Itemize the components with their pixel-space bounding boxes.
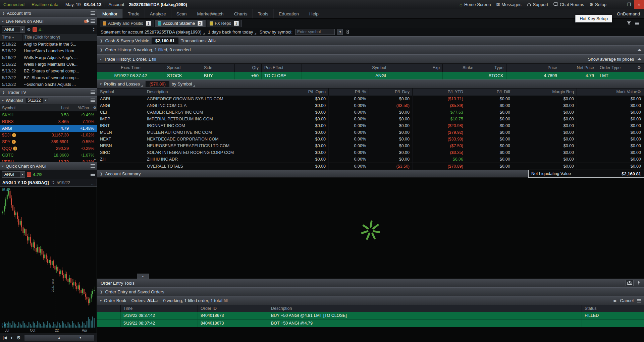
news-symbol-combo[interactable]: ANGI ▼ — [2, 26, 25, 33]
candlestick-chart[interactable]: 2021 year15.422.87JulOct22Apr — [0, 187, 97, 333]
chevron-down-icon[interactable]: ▼ — [43, 98, 48, 103]
split-pane-icon[interactable]: ◀▶ — [613, 299, 617, 302]
eraser-icon[interactable] — [84, 19, 89, 23]
menu-tab-scan[interactable]: Scan — [171, 9, 192, 18]
order-history-bar[interactable]: ❯ Order History: 0 working, 1 filled, 0 … — [97, 45, 644, 54]
expand-panel-icon[interactable]: ◀▶ — [637, 48, 641, 52]
column-header[interactable]: Exec Time — [97, 64, 164, 72]
column-header[interactable]: P/L Open — [285, 89, 329, 96]
column-header[interactable]: Side — [201, 64, 235, 72]
gear-icon[interactable]: ⚙ — [637, 89, 641, 96]
hamburger-menu-icon[interactable] — [91, 98, 95, 102]
menu-tab-charts[interactable]: Charts — [229, 9, 253, 18]
column-header[interactable]: Net Price — [560, 64, 597, 72]
menu-tab-marketwatch[interactable]: MarketWatch — [192, 9, 229, 18]
order-entry-tools-bar[interactable]: Order Entry Tools — [97, 279, 644, 287]
show-average-fill-prices[interactable]: Show average fill prices — [588, 57, 634, 62]
order-entry-saved-bar[interactable]: ❯ Order Entry and Saved Orders — [97, 287, 644, 296]
column-header[interactable]: P/L Diff — [466, 89, 513, 96]
column-header[interactable]: Description — [144, 89, 285, 96]
link-group-icon[interactable] — [33, 27, 37, 32]
scroll-arrows[interactable]: ▲▼ — [93, 27, 95, 32]
pnl-by-symbol-dropdown[interactable]: by Symbol — [172, 81, 192, 87]
news-row[interactable]: 5/13/22BZ: Shares of several comp... — [0, 68, 97, 75]
order-book-bar[interactable]: ▾ Order Book Orders: ALL ◢ 0 working, 1 … — [97, 296, 644, 305]
collapse-left-icon[interactable]: |◀ — [3, 335, 7, 340]
hamburger-menu-icon[interactable] — [91, 90, 95, 94]
snapshot-button[interactable] — [626, 280, 634, 286]
column-header[interactable]: Qty — [235, 64, 262, 72]
panel-collapse-tab[interactable]: ▼ — [137, 274, 149, 279]
setup-button[interactable]: ⚙ Setup — [589, 2, 606, 7]
hamburger-menu-icon[interactable] — [91, 11, 95, 15]
column-header[interactable]: Status — [582, 305, 644, 312]
symbol-dropdown-button[interactable]: ▼ — [337, 29, 343, 35]
statement-title-dropdown[interactable]: Statement for account 252879255TDA (blak… — [101, 30, 202, 35]
column-header[interactable]: P/L YTD — [413, 89, 466, 96]
messages-button[interactable]: ✉ Messages — [496, 2, 521, 7]
cancel-button[interactable]: Cancel — [620, 298, 634, 303]
add-gadget-button[interactable]: + — [10, 335, 13, 341]
account-summary-bar[interactable]: ❯ Account Summary — [97, 170, 528, 178]
hamburger-menu-icon[interactable] — [91, 172, 95, 176]
link-icon[interactable] — [345, 30, 350, 34]
trade-history-bar[interactable]: ▾ Trade History: 1 order, 1 fill Show av… — [97, 54, 644, 64]
menu-tab-analyze[interactable]: Analyze — [145, 9, 171, 18]
column-header[interactable]: Order Type ⚙ — [597, 64, 644, 72]
scroll-down-icon[interactable]: ▼ — [79, 336, 82, 339]
link-group-icon[interactable] — [27, 172, 31, 177]
menu-tab-tools[interactable]: Tools — [253, 9, 274, 18]
gear-icon[interactable]: ⚙ — [93, 106, 96, 110]
column-header[interactable]: Strike — [443, 64, 476, 72]
close-button[interactable]: × — [634, 0, 644, 9]
scroll-up-icon[interactable]: ▲ — [58, 336, 61, 339]
column-header[interactable]: Exp — [389, 64, 443, 72]
news-row[interactable]: 5/18/22Angi to Participate in the 5... — [0, 41, 97, 48]
watchlist-change-header[interactable]: %Cha...⚙ — [71, 106, 97, 110]
column-header[interactable]: Margin Req — [513, 89, 577, 96]
column-header[interactable]: P/L Day — [369, 89, 413, 96]
watchlist-row[interactable]: ANGI4.79+1.48% — [0, 125, 97, 132]
maximize-button[interactable]: ❐ — [624, 0, 634, 9]
gear-icon[interactable]: ⚙ — [637, 64, 641, 72]
symbol-input[interactable] — [295, 29, 335, 35]
ondemand-button[interactable]: OnDemand — [613, 9, 644, 18]
support-button[interactable]: Support — [527, 2, 548, 7]
watchlist-row[interactable]: SPY!389.6901-0.55% — [0, 138, 97, 145]
pin-icon[interactable] — [637, 281, 641, 285]
account-selector[interactable]: 252879255TDA (blakeg1990) — [129, 2, 187, 7]
days-back-dropdown[interactable]: 1 days back from today — [208, 30, 253, 35]
hamburger-menu-icon[interactable] — [635, 21, 639, 25]
column-header[interactable]: P/L % — [329, 89, 369, 96]
chart-symbol-combo[interactable]: ANGI ▼ — [2, 171, 25, 178]
column-header[interactable]: Time — [121, 305, 198, 312]
minimize-button[interactable]: – — [614, 0, 624, 9]
column-header[interactable]: Order ID — [198, 305, 268, 312]
subtab-1[interactable]: Activity and Positio1 — [100, 20, 154, 27]
column-header[interactable]: Description — [268, 305, 582, 312]
watchlist-row[interactable]: RDBX3.465-7.10% — [0, 118, 97, 125]
column-header[interactable]: Type — [476, 64, 506, 72]
home-screen-button[interactable]: ⌂ Home Screen — [460, 2, 491, 7]
filter-funnel-icon[interactable] — [627, 21, 631, 25]
cash-sweep-bar[interactable]: ❯ Cash & Sweep Vehicle $2,160.81 Transac… — [97, 36, 644, 45]
watchlist-section-header[interactable]: ▾ Watchlist 5/11/22 ▼ — [0, 96, 97, 104]
orders-filter-dropdown[interactable]: Orders: ALL ◢ — [131, 298, 158, 303]
column-header[interactable]: Price — [506, 64, 560, 72]
chart-more-button[interactable]: ... — [91, 180, 95, 185]
trader-tv-section-header[interactable]: ❯ Trader TV — [0, 88, 97, 96]
watchlist-date-combo[interactable]: 5/11/22 ▼ — [25, 98, 48, 103]
subtab-3[interactable]: FX Repo3 — [207, 20, 242, 27]
column-header[interactable]: Spread — [164, 64, 201, 72]
news-row[interactable]: 5/12/22--Goldman Sachs Adjusts ... — [0, 81, 97, 88]
column-header[interactable]: Symbol — [302, 64, 389, 72]
watchlist-row[interactable]: SKYH9.58+9.49% — [0, 112, 97, 118]
quick-chart-section-header[interactable]: ▾ Quick Chart on ANGI — [0, 162, 97, 170]
menu-tab-monitor[interactable]: Monitor — [97, 9, 123, 18]
hamburger-menu-icon[interactable] — [91, 19, 95, 23]
watchlist-row[interactable]: $DJI!31167.30-1.02% — [0, 132, 97, 138]
column-header[interactable]: Mark Value ⚙ — [577, 89, 644, 96]
menu-tab-education[interactable]: Education — [274, 9, 304, 18]
account-info-section-header[interactable]: ❯ Account Info — [0, 9, 97, 17]
realtime-status[interactable]: Realtime data — [32, 2, 58, 7]
